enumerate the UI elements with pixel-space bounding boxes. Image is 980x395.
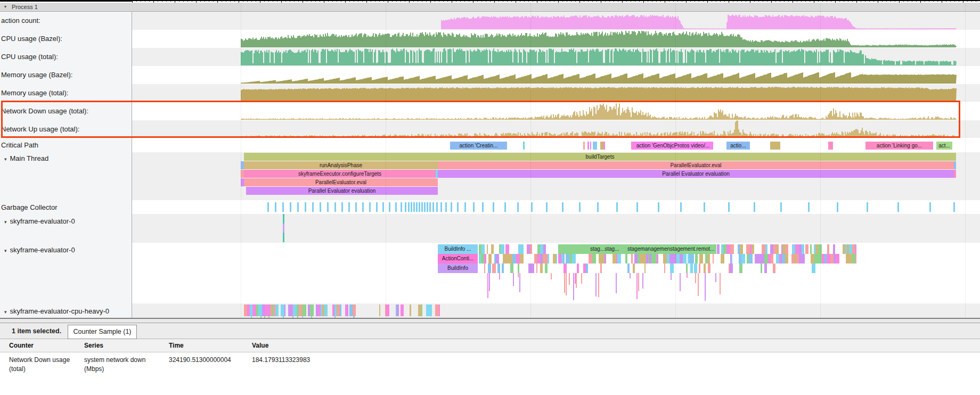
cpu-heavy-slice[interactable]: [435, 305, 439, 316]
evaluator-slice[interactable]: [536, 264, 537, 273]
evaluator-slice[interactable]: [694, 264, 697, 273]
gc-event-tick[interactable]: [432, 202, 434, 212]
collapse-arrow-icon[interactable]: ▾: [4, 4, 6, 9]
evaluator-slice[interactable]: [532, 264, 534, 273]
evaluator-slice[interactable]: [592, 254, 596, 264]
evaluator-slice[interactable]: [481, 244, 485, 254]
evaluator-slice[interactable]: [509, 254, 512, 264]
evaluator-slice[interactable]: [617, 254, 621, 264]
gc-event-tick[interactable]: [837, 202, 838, 212]
evaluator-slice[interactable]: [685, 254, 687, 264]
evaluator-slice[interactable]: [505, 244, 509, 254]
evaluator-slice[interactable]: [563, 254, 565, 264]
evaluator-slice[interactable]: [510, 264, 513, 273]
collapse-arrow-icon[interactable]: ▾: [4, 309, 7, 315]
evaluator-slice[interactable]: [548, 254, 549, 264]
critical-path-span[interactable]: [523, 142, 525, 150]
cpu-heavy-slice[interactable]: [439, 305, 440, 316]
tab-counter-sample[interactable]: Counter Sample (1): [68, 325, 137, 339]
evaluator-slice[interactable]: [601, 254, 605, 264]
cpu-heavy-slice[interactable]: [252, 305, 256, 316]
gc-event-tick[interactable]: [929, 202, 931, 212]
main-thread-span[interactable]: runAnalysisPhase: [244, 161, 438, 169]
cpu-heavy-slice[interactable]: [304, 305, 306, 316]
evaluator-slice[interactable]: [692, 254, 694, 264]
evaluator-slice[interactable]: [836, 254, 839, 264]
evaluator-slice[interactable]: [631, 254, 633, 264]
main-thread-span[interactable]: ParallelEvaluator.eval: [438, 161, 954, 169]
evaluator-slice[interactable]: [605, 254, 606, 264]
evaluator-slice[interactable]: [699, 264, 700, 273]
cpu-heavy-slice[interactable]: [288, 305, 292, 316]
gc-event-tick[interactable]: [867, 202, 868, 212]
gc-event-tick[interactable]: [416, 202, 418, 212]
evaluator-slice[interactable]: [501, 244, 504, 254]
cpu-heavy-slice[interactable]: [386, 305, 389, 316]
evaluator-slice[interactable]: [739, 264, 742, 273]
gc-event-tick[interactable]: [427, 202, 428, 212]
gc-event-tick[interactable]: [334, 202, 336, 212]
track-label-main-thread[interactable]: ▾Main Thread: [4, 154, 48, 162]
evaluator-slice[interactable]: [812, 264, 815, 273]
cpu-heavy-slice[interactable]: [397, 305, 399, 316]
gc-event-tick[interactable]: [436, 202, 438, 212]
main-thread-span[interactable]: Parallel Evaluator evaluation: [246, 187, 438, 195]
process-header[interactable]: ▾ Process 1: [0, 3, 980, 12]
evaluator-slice[interactable]: [664, 264, 665, 273]
cpu-heavy-slice[interactable]: [310, 305, 314, 316]
evaluator-slice[interactable]: [749, 254, 753, 264]
evaluator-slice[interactable]: [502, 264, 504, 273]
evaluator-slice[interactable]: [810, 244, 812, 254]
gc-event-tick[interactable]: [401, 202, 402, 212]
evaluator-slice[interactable]: [625, 254, 627, 264]
gc-event-tick[interactable]: [341, 202, 343, 212]
evaluator-slice[interactable]: [802, 244, 804, 254]
evaluator-span[interactable]: BuildInfo ...: [438, 244, 478, 254]
cpu-heavy-slice[interactable]: [281, 305, 284, 316]
evaluator-span[interactable]: BuildInfo: [438, 264, 478, 273]
track-label-skyframe-evaluator-cpu-heavy-0[interactable]: ▾skyframe-evaluator-cpu-heavy-0: [4, 307, 109, 315]
gc-event-tick[interactable]: [369, 202, 371, 212]
evaluator-slice[interactable]: [540, 264, 543, 273]
gc-event-tick[interactable]: [429, 202, 431, 212]
evaluator-slice[interactable]: [795, 244, 799, 254]
evaluator-slice[interactable]: [771, 254, 773, 264]
panel-splitter[interactable]: [0, 318, 980, 323]
evaluator-slice[interactable]: [718, 244, 720, 254]
evaluator-slice[interactable]: [764, 264, 767, 273]
gc-event-tick[interactable]: [282, 202, 284, 212]
evaluator-slice[interactable]: [811, 254, 814, 264]
evaluator-slice[interactable]: [663, 254, 667, 264]
gc-event-tick[interactable]: [320, 202, 321, 212]
collapse-arrow-icon[interactable]: ▾: [4, 157, 7, 162]
evaluator-slice[interactable]: [496, 254, 499, 264]
critical-path-span[interactable]: action 'Linking go...: [865, 142, 933, 150]
gc-event-tick[interactable]: [546, 202, 548, 212]
evaluator-slice[interactable]: [695, 254, 698, 264]
gc-event-tick[interactable]: [411, 202, 412, 212]
gc-event-tick[interactable]: [754, 202, 755, 212]
evaluator-slice[interactable]: [855, 244, 856, 254]
evaluator-slice[interactable]: [730, 244, 734, 254]
cpu-heavy-slice[interactable]: [258, 305, 262, 316]
evaluator-slice[interactable]: [805, 244, 808, 254]
gc-event-tick[interactable]: [504, 202, 506, 212]
gc-event-tick[interactable]: [473, 202, 475, 212]
evaluator-slice[interactable]: [755, 254, 758, 264]
gc-event-tick[interactable]: [457, 202, 459, 212]
evaluator-slice[interactable]: [564, 264, 567, 273]
critical-path-span[interactable]: [603, 142, 605, 150]
evaluator-slice[interactable]: [670, 264, 674, 273]
gc-event-tick[interactable]: [451, 202, 452, 212]
gc-event-tick[interactable]: [597, 202, 599, 212]
cpu-heavy-slice[interactable]: [324, 305, 328, 316]
cpu-heavy-slice[interactable]: [340, 305, 341, 316]
counter-chart-mem-bazel[interactable]: [0, 66, 980, 84]
gc-event-tick[interactable]: [312, 202, 314, 212]
gc-event-tick[interactable]: [419, 202, 420, 212]
evaluator-event-segment[interactable]: [283, 224, 284, 233]
evaluator-slice[interactable]: [492, 264, 496, 273]
counter-chart-net-down[interactable]: [0, 102, 980, 120]
gc-event-tick[interactable]: [440, 202, 442, 212]
critical-path-span[interactable]: [828, 142, 833, 150]
